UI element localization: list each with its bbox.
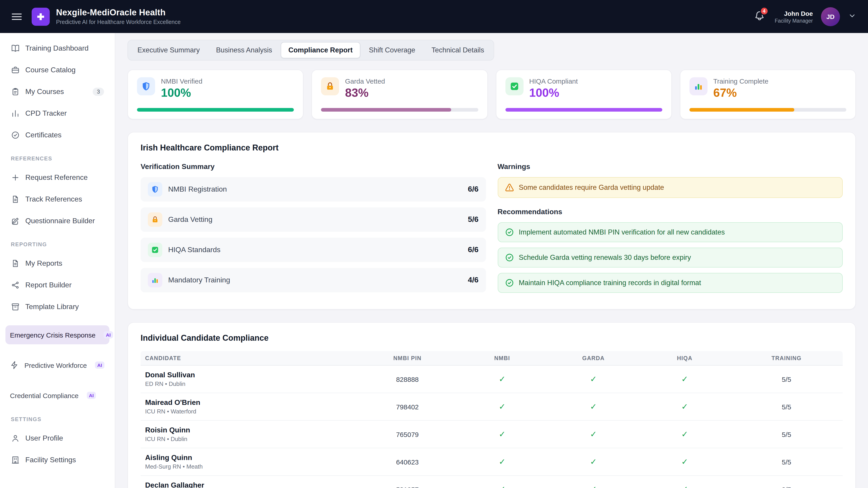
column-header-nmbi: NMBI bbox=[457, 355, 548, 361]
sidebar-item-cpd-tracker[interactable]: CPD Tracker bbox=[5, 104, 110, 123]
sidebar-section-reporting: REPORTING bbox=[11, 241, 104, 248]
stat-value: 100% bbox=[529, 86, 578, 100]
panel-title: Individual Candidate Compliance bbox=[141, 333, 843, 343]
sidebar-item-label: Track References bbox=[25, 195, 82, 203]
nmbi-check: ✓ bbox=[457, 484, 548, 488]
check-circle-icon bbox=[505, 253, 514, 262]
sidebar-item-facility-settings[interactable]: Facility Settings bbox=[5, 451, 110, 469]
training-score: 5/5 bbox=[730, 430, 843, 438]
column-header-training: TRAINING bbox=[730, 355, 843, 361]
sidebar-item-request-reference[interactable]: Request Reference bbox=[5, 168, 110, 187]
ai-badge: AI bbox=[95, 361, 104, 369]
stat-card-row: NMBI Verified 100% Garda Vetted 83% bbox=[127, 70, 856, 119]
verification-count: 5/6 bbox=[468, 215, 478, 224]
sidebar-item-label: Credential Compliance bbox=[10, 392, 79, 399]
warning-text: Some candidates require Garda vetting up… bbox=[519, 184, 664, 192]
nmbi-pin: 640623 bbox=[358, 458, 457, 466]
recommendations-title: Recommendations bbox=[498, 208, 843, 216]
tab-shift-coverage[interactable]: Shift Coverage bbox=[361, 42, 423, 58]
sidebar-item-template-library[interactable]: Template Library bbox=[5, 297, 110, 316]
report-tabs: Executive Summary Business Analysis Comp… bbox=[127, 40, 494, 61]
recommendation-text: Maintain HIQA compliance training record… bbox=[519, 279, 701, 287]
candidate-name: Roisin Quinn bbox=[145, 426, 358, 434]
app-logo bbox=[32, 7, 50, 26]
nmbi-check: ✓ bbox=[457, 457, 548, 467]
panel-title: Irish Healthcare Compliance Report bbox=[141, 143, 843, 153]
menu-icon[interactable] bbox=[12, 13, 22, 20]
sidebar-item-emergency-crisis-response[interactable]: Emergency Crisis Response AI bbox=[5, 325, 110, 344]
progress-track bbox=[321, 108, 478, 111]
column-header-nmbi-pin: NMBI PIN bbox=[358, 355, 457, 361]
nmbi-check: ✓ bbox=[457, 402, 548, 412]
nmbi-check: ✓ bbox=[457, 429, 548, 439]
progress-track bbox=[689, 108, 846, 111]
progress-fill bbox=[137, 108, 294, 111]
chevron-down-icon[interactable] bbox=[848, 11, 856, 22]
column-header-candidate: CANDIDATE bbox=[141, 355, 358, 361]
header-right: 4 John Doe Facility Manager JD bbox=[752, 7, 856, 26]
top-header: Nexgile-MediOracle Health Predictive AI … bbox=[0, 0, 868, 33]
hiqa-check: ✓ bbox=[639, 402, 730, 412]
sidebar-item-my-courses[interactable]: My Courses 3 bbox=[5, 82, 110, 101]
lock-icon bbox=[148, 213, 162, 227]
sidebar-item-track-references[interactable]: Track References bbox=[5, 190, 110, 209]
progress-fill bbox=[689, 108, 795, 111]
candidate-detail: ICU RN • Dublin bbox=[145, 435, 358, 442]
check-square-icon bbox=[148, 242, 162, 257]
recommendation-item: Implement automated NMBI PIN verificatio… bbox=[498, 222, 843, 242]
sidebar-item-label: My Reports bbox=[25, 259, 62, 267]
sidebar-item-user-profile[interactable]: User Profile bbox=[5, 429, 110, 448]
table-row: Roisin Quinn ICU RN • Dublin 765079 ✓ ✓ … bbox=[141, 421, 843, 448]
candidate-name: Donal Sullivan bbox=[145, 371, 358, 379]
garda-check: ✓ bbox=[548, 457, 639, 467]
progress-fill bbox=[505, 108, 662, 111]
verification-label: NMBI Registration bbox=[168, 185, 227, 193]
sidebar-item-credential-compliance[interactable]: Credential Compliance AI bbox=[5, 386, 110, 405]
training-score: 3/5 bbox=[730, 486, 843, 488]
bar-chart-icon bbox=[148, 273, 162, 287]
tab-executive-summary[interactable]: Executive Summary bbox=[130, 42, 208, 58]
notification-badge: 4 bbox=[760, 6, 768, 15]
verification-label: Garda Vetting bbox=[168, 216, 213, 224]
clipboard-icon bbox=[11, 87, 20, 96]
bolt-icon bbox=[10, 361, 19, 369]
ai-badge: AI bbox=[104, 331, 113, 338]
sidebar-item-certificates[interactable]: Certificates bbox=[5, 126, 110, 144]
tab-compliance-report[interactable]: Compliance Report bbox=[281, 42, 360, 58]
stat-value: 67% bbox=[713, 86, 769, 100]
stat-card-hiqa-compliant: HIQA Compliant 100% bbox=[496, 70, 672, 119]
sidebar-item-report-builder[interactable]: Report Builder bbox=[5, 275, 110, 295]
lock-icon bbox=[321, 77, 339, 95]
training-score: 5/5 bbox=[730, 375, 843, 383]
warning-triangle-icon bbox=[505, 183, 514, 192]
document-icon bbox=[11, 259, 20, 268]
nmbi-pin: 765079 bbox=[358, 430, 457, 438]
sidebar-item-training-dashboard[interactable]: Training Dashboard bbox=[5, 39, 110, 58]
share-icon bbox=[11, 281, 20, 290]
user-icon bbox=[11, 434, 20, 443]
check-circle-icon bbox=[505, 228, 514, 237]
nmbi-pin: 798402 bbox=[358, 403, 457, 411]
sidebar-item-predictive-workforce[interactable]: Predictive Workforce AI bbox=[5, 356, 110, 375]
candidate-detail: ICU RN • Waterford bbox=[145, 408, 358, 415]
tab-technical-details[interactable]: Technical Details bbox=[424, 42, 492, 58]
sidebar-item-course-catalog[interactable]: Course Catalog bbox=[5, 61, 110, 79]
medical-cross-icon bbox=[36, 11, 46, 22]
verification-count: 6/6 bbox=[468, 185, 478, 194]
tab-business-analysis[interactable]: Business Analysis bbox=[209, 42, 280, 58]
warnings-title: Warnings bbox=[498, 163, 843, 171]
archive-icon bbox=[11, 302, 20, 311]
recommendation-text: Schedule Garda vetting renewals 30 days … bbox=[519, 254, 691, 262]
sidebar-item-label: Template Library bbox=[25, 303, 79, 311]
sidebar-item-label: Facility Settings bbox=[25, 456, 76, 464]
sidebar-item-my-reports[interactable]: My Reports bbox=[5, 254, 110, 273]
avatar[interactable]: JD bbox=[821, 7, 840, 26]
candidate-name: Aisling Quinn bbox=[145, 454, 358, 462]
notifications-button[interactable]: 4 bbox=[752, 8, 767, 25]
briefcase-icon bbox=[11, 66, 20, 74]
stat-card-training-complete: Training Complete 67% bbox=[680, 70, 856, 119]
recommendation-item: Maintain HIQA compliance training record… bbox=[498, 273, 843, 293]
stat-card-nmbi-verified: NMBI Verified 100% bbox=[127, 70, 304, 119]
sidebar-item-questionnaire-builder[interactable]: Questionnaire Builder bbox=[5, 212, 110, 230]
sidebar-item-label: CPD Tracker bbox=[25, 109, 67, 118]
